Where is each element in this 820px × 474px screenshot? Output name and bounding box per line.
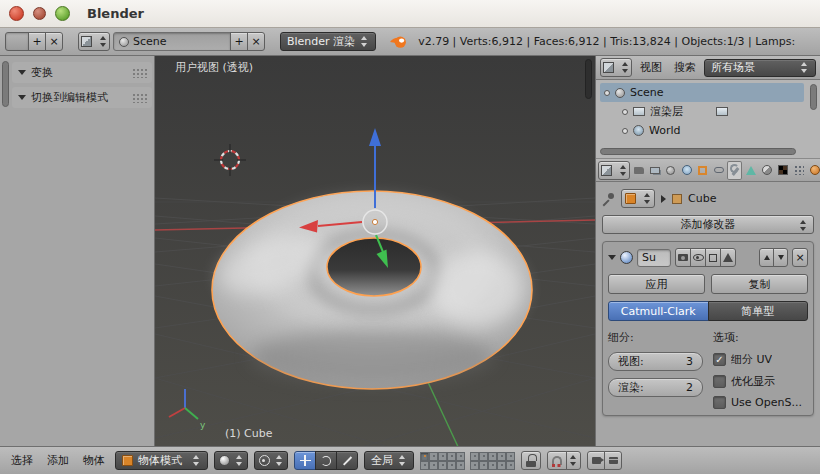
add-menu[interactable]: 添加 — [43, 453, 73, 468]
expander-icon[interactable] — [622, 109, 628, 115]
copy-button[interactable]: 复制 — [711, 274, 808, 294]
modifier-cage-toggle[interactable] — [720, 248, 736, 267]
screen-layout-field[interactable] — [5, 32, 29, 51]
use-opensubdiv-checkbox[interactable]: Use OpenS... — [713, 396, 808, 409]
modifier-move-up-button[interactable] — [759, 248, 774, 267]
layer-cell[interactable] — [488, 452, 497, 461]
tab-object[interactable] — [695, 161, 710, 180]
apply-button[interactable]: 应用 — [608, 274, 705, 294]
layer-cell[interactable] — [456, 461, 465, 470]
outliner-hscrollbar[interactable] — [600, 148, 796, 155]
expander-icon[interactable] — [622, 128, 628, 134]
outliner-row-scene[interactable]: Scene — [600, 83, 804, 102]
layer-cell[interactable] — [456, 452, 465, 461]
outliner-row-world[interactable]: World — [618, 121, 804, 140]
window-close-button[interactable] — [9, 6, 24, 21]
layer-cell[interactable] — [506, 461, 515, 470]
translate-manipulator-button[interactable] — [294, 451, 316, 470]
catmull-clark-button[interactable]: Catmull-Clark — [608, 301, 709, 321]
tab-physics[interactable] — [807, 161, 820, 180]
editor-type-selector-info[interactable] — [78, 32, 110, 51]
layer-cell-active[interactable] — [420, 452, 429, 461]
layers-group-1[interactable] — [420, 452, 465, 470]
editor-type-selector-properties[interactable] — [598, 161, 630, 180]
add-modifier-menu[interactable]: 添加修改器 — [602, 215, 814, 234]
tab-texture[interactable] — [775, 161, 790, 180]
scale-manipulator-button[interactable] — [336, 451, 358, 470]
editor-type-selector-outliner[interactable] — [600, 58, 632, 77]
tab-object-data[interactable] — [743, 161, 758, 180]
scene-add-button[interactable]: + — [230, 32, 248, 51]
pin-icon[interactable] — [602, 192, 615, 206]
modifier-move-down-button[interactable] — [773, 248, 788, 267]
optimal-display-checkbox[interactable]: 优化显示 — [713, 374, 808, 389]
layer-cell[interactable] — [429, 461, 438, 470]
window-maximize-button[interactable] — [55, 6, 70, 21]
tab-world[interactable] — [679, 161, 694, 180]
tab-material[interactable] — [759, 161, 774, 180]
panel-toggle-editmode[interactable]: 切换到编辑模式 — [12, 87, 152, 108]
scene-lock-button[interactable] — [521, 451, 541, 470]
modifier-editmode-toggle[interactable] — [705, 248, 721, 267]
tab-constraints[interactable] — [711, 161, 726, 180]
layer-cell[interactable] — [429, 452, 438, 461]
viewport-shading-menu[interactable] — [214, 451, 248, 470]
view-subdivisions-field[interactable]: 视图: 3 — [608, 352, 703, 371]
layers-group-2[interactable] — [470, 452, 515, 470]
layer-cell[interactable] — [497, 461, 506, 470]
outliner-view-menu[interactable]: 视图 — [636, 60, 666, 75]
opengl-render-still-button[interactable] — [587, 451, 605, 470]
tab-modifiers[interactable] — [727, 161, 742, 180]
layer-cell[interactable] — [470, 461, 479, 470]
layer-cell[interactable] — [420, 461, 429, 470]
outliner-vscrollbar[interactable] — [810, 84, 817, 110]
layer-cell[interactable] — [488, 461, 497, 470]
select-menu[interactable]: 选择 — [7, 453, 37, 468]
viewport-3d[interactable]: y 用户视图 (透视) (1) Cube — [155, 56, 595, 446]
layer-cell[interactable] — [447, 452, 456, 461]
outliner-display-mode-menu[interactable]: 所有场景 — [704, 59, 816, 77]
scene-unlink-button[interactable]: × — [247, 32, 265, 51]
modifier-viewport-toggle[interactable] — [690, 248, 706, 267]
panel-open-icon[interactable] — [608, 255, 616, 260]
outliner-search-menu[interactable]: 搜索 — [670, 60, 700, 75]
snap-mode-menu[interactable] — [566, 451, 581, 470]
tab-scene[interactable] — [663, 161, 678, 180]
layer-cell[interactable] — [470, 452, 479, 461]
toolshelf-scrollbar[interactable] — [2, 61, 9, 107]
viewport-scrollbar[interactable] — [585, 59, 592, 99]
modifier-render-toggle[interactable] — [675, 248, 691, 267]
layer-cell[interactable] — [438, 452, 447, 461]
panel-grip-icon[interactable] — [132, 68, 148, 78]
layer-cell[interactable] — [479, 452, 488, 461]
tab-render-layers[interactable] — [647, 161, 662, 180]
outliner-row-renderlayers[interactable]: 渲染层 — [618, 102, 804, 121]
rotate-manipulator-button[interactable] — [315, 451, 337, 470]
modifier-delete-button[interactable]: × — [792, 248, 808, 267]
layer-cell[interactable] — [497, 452, 506, 461]
layer-cell[interactable] — [447, 461, 456, 470]
tab-particles[interactable] — [791, 161, 806, 180]
scene-datablock-field[interactable]: Scene — [113, 32, 231, 51]
window-minimize-button[interactable] — [33, 7, 46, 20]
subsurf-cube-object[interactable] — [212, 191, 532, 389]
screen-delete-button[interactable]: × — [45, 32, 63, 51]
layer-cell[interactable] — [506, 452, 515, 461]
expander-icon[interactable] — [604, 90, 610, 96]
render-subdivisions-field[interactable]: 渲染: 2 — [608, 378, 703, 397]
mode-menu[interactable]: 物体模式 — [115, 451, 208, 470]
transform-orientation-menu[interactable]: 全局 — [364, 451, 414, 470]
simple-button[interactable]: 简单型 — [708, 301, 809, 321]
render-engine-menu[interactable]: Blender 渲染 — [280, 32, 376, 51]
pivot-point-menu[interactable] — [254, 451, 288, 470]
panel-transform[interactable]: 变换 — [12, 62, 152, 83]
panel-grip-icon[interactable] — [132, 93, 148, 103]
tab-render[interactable] — [631, 161, 646, 180]
opengl-render-anim-button[interactable] — [604, 451, 622, 470]
layer-cell[interactable] — [438, 461, 447, 470]
layer-cell[interactable] — [479, 461, 488, 470]
object-browse-menu[interactable] — [621, 189, 655, 208]
subdivide-uv-checkbox[interactable]: ✓ 细分 UV — [713, 352, 808, 367]
snap-toggle-button[interactable] — [547, 451, 567, 470]
screen-add-button[interactable]: + — [28, 32, 46, 51]
